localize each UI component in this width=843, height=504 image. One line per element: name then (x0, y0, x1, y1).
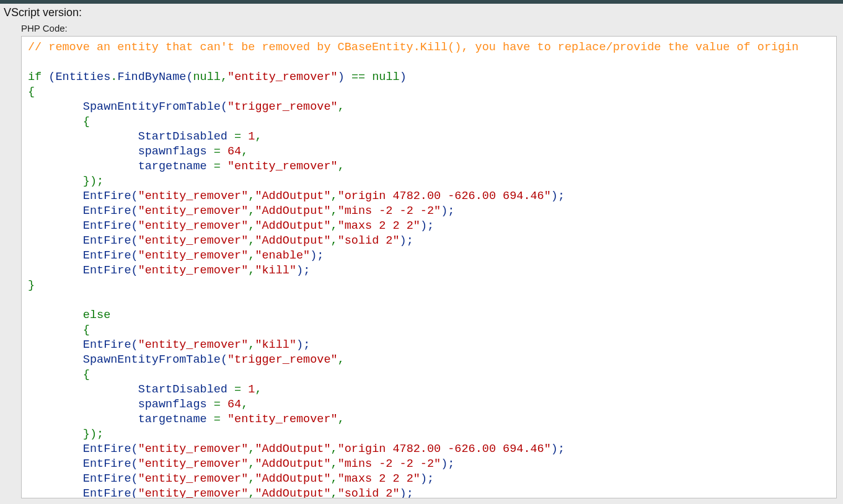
ident: StartDisabled (138, 383, 227, 396)
string: "entity_remover" (138, 472, 249, 485)
op-eq: = (214, 145, 221, 158)
punc-comma: , (221, 71, 227, 84)
string: "solid 2" (338, 487, 400, 498)
paren: ( (221, 100, 227, 113)
string: "AddOutput" (255, 234, 330, 247)
paren: ( (131, 264, 138, 277)
paren: ); (441, 205, 454, 218)
func: SpawnEntityFromTable (83, 353, 221, 366)
punc-comma: , (248, 190, 255, 203)
ident: targetname (138, 413, 207, 426)
string: "maxs 2 2 2" (338, 472, 420, 485)
brace: { (83, 115, 90, 128)
ident: spawnflags (138, 145, 207, 158)
number: 64 (227, 145, 241, 158)
string: "entity_remover" (138, 264, 249, 277)
punc-comma: , (248, 249, 255, 262)
paren: ); (296, 338, 310, 351)
punc-comma: , (331, 443, 338, 456)
string: "entity_remover" (138, 234, 249, 247)
string: "entity_remover" (138, 249, 249, 262)
func: EntFire (83, 458, 131, 471)
punc-comma: , (338, 353, 345, 366)
string: "kill" (255, 264, 296, 277)
func: EntFire (83, 219, 131, 232)
paren: ( (48, 71, 55, 84)
paren: ) (338, 71, 345, 84)
paren: ( (131, 219, 138, 232)
string: "entity_remover" (138, 458, 249, 471)
op-eq: = (234, 130, 241, 143)
brace: }); (83, 428, 104, 441)
string: "entity_remover" (227, 160, 338, 173)
string: "AddOutput" (255, 472, 330, 485)
string: "trigger_remove" (227, 353, 338, 366)
punc-comma: , (331, 234, 338, 247)
brace: { (83, 324, 90, 337)
string: "mins -2 -2 -2" (338, 205, 441, 218)
kw-if: if (28, 71, 42, 84)
paren: ); (400, 487, 413, 498)
string: "AddOutput" (255, 205, 330, 218)
punc-comma: , (248, 472, 255, 485)
string: "enable" (255, 249, 310, 262)
punc-comma: , (248, 264, 255, 277)
paren: ( (131, 443, 138, 456)
paren: ); (310, 249, 324, 262)
section-heading: VScript version: (4, 6, 843, 19)
paren: ); (400, 234, 413, 247)
func: EntFire (83, 264, 131, 277)
func: EntFire (83, 249, 131, 262)
string: "entity_remover" (138, 190, 249, 203)
func: EntFire (83, 190, 131, 203)
punc-comma: , (241, 398, 248, 411)
punc-dot: . (110, 71, 117, 84)
ident: targetname (138, 160, 207, 173)
brace: { (83, 368, 90, 381)
punc-comma: , (255, 130, 262, 143)
func: SpawnEntityFromTable (83, 100, 221, 113)
func: EntFire (83, 234, 131, 247)
func: EntFire (83, 472, 131, 485)
string: "AddOutput" (255, 219, 330, 232)
code-scroll-container[interactable]: // remove an entity that can't be remove… (21, 36, 837, 498)
ident: StartDisabled (138, 130, 227, 143)
string: "trigger_remove" (227, 100, 338, 113)
window-titlebar-fragment (0, 0, 843, 4)
punc-comma: , (248, 219, 255, 232)
string: "AddOutput" (255, 190, 330, 203)
string: "entity_remover" (138, 487, 249, 498)
punc-comma: , (248, 443, 255, 456)
kw-else: else (83, 309, 110, 322)
ident: spawnflags (138, 398, 207, 411)
string: "AddOutput" (255, 443, 330, 456)
paren: ); (551, 190, 565, 203)
string: "mins -2 -2 -2" (338, 458, 441, 471)
string: "entity_remover" (138, 219, 249, 232)
punc-comma: , (248, 234, 255, 247)
string: "AddOutput" (255, 487, 330, 498)
paren: ( (131, 249, 138, 262)
op-eq: = (214, 398, 221, 411)
op-eq: = (214, 160, 221, 173)
func: EntFire (83, 338, 131, 351)
punc-comma: , (248, 458, 255, 471)
paren: ( (131, 487, 138, 498)
number: 64 (227, 398, 241, 411)
punc-comma: , (248, 205, 255, 218)
brace: } (28, 279, 35, 292)
paren: ( (131, 472, 138, 485)
code-block: // remove an entity that can't be remove… (22, 37, 837, 498)
paren: ); (420, 472, 434, 485)
punc-comma: , (248, 487, 255, 498)
paren: ( (131, 234, 138, 247)
func: EntFire (83, 487, 131, 498)
punc-comma: , (248, 338, 255, 351)
punc-comma: , (331, 190, 338, 203)
string: "solid 2" (338, 234, 400, 247)
paren: ); (441, 458, 454, 471)
kw-null: null (193, 71, 221, 84)
paren: ); (420, 219, 434, 232)
string: "origin 4782.00 -626.00 694.46" (338, 190, 551, 203)
ident: Entities (55, 71, 110, 84)
